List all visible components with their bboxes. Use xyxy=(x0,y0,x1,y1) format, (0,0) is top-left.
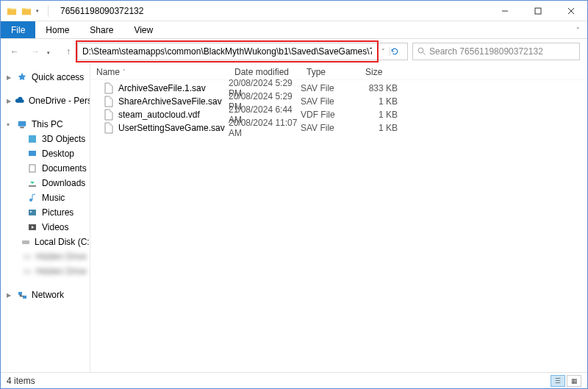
status-bar: 4 items ☰ ▦ xyxy=(1,372,587,388)
tree-label: Hidden Drive xyxy=(36,251,87,262)
tab-view[interactable]: View xyxy=(123,21,163,38)
drive-icon xyxy=(21,236,31,248)
tree-3d-objects[interactable]: 3D Objects xyxy=(4,132,90,146)
minimize-button[interactable] xyxy=(488,1,521,21)
pictures-icon xyxy=(26,207,38,218)
chevron-right-icon: ▶ xyxy=(7,292,12,299)
tree-onedrive[interactable]: ▶ OneDrive - Personal xyxy=(4,93,90,108)
tab-share[interactable]: Share xyxy=(79,21,123,38)
tree-label: Local Disk (C:) xyxy=(35,237,90,247)
file-icon xyxy=(104,109,114,121)
tree-desktop[interactable]: Desktop xyxy=(4,146,90,161)
tree-local-disk-c[interactable]: Local Disk (C:) xyxy=(4,235,90,249)
tree-this-pc[interactable]: ▾ This PC xyxy=(4,117,90,132)
svg-point-4 xyxy=(418,48,423,53)
chevron-right-icon: ▶ xyxy=(7,98,11,104)
drive-icon xyxy=(22,265,32,277)
downloads-icon xyxy=(26,177,38,189)
videos-icon xyxy=(26,221,38,233)
music-icon xyxy=(26,192,38,204)
file-type: SAV File xyxy=(301,83,359,93)
file-type: SAV File xyxy=(301,96,359,107)
file-row[interactable]: ShareArchiveSaveFile.sav20/08/2024 5:29 … xyxy=(90,95,587,108)
svg-rect-11 xyxy=(29,185,36,187)
svg-line-5 xyxy=(423,52,426,54)
address-bar[interactable]: ˅ xyxy=(77,43,408,60)
tree-downloads[interactable]: Downloads xyxy=(4,176,90,190)
tree-documents[interactable]: Documents xyxy=(4,161,90,176)
drive-icon xyxy=(22,251,32,263)
cloud-icon xyxy=(15,95,25,107)
svg-point-12 xyxy=(29,199,32,201)
tree-pictures[interactable]: Pictures xyxy=(4,205,90,220)
folder-icon-overlay xyxy=(21,6,32,16)
file-name: steam_autocloud.vdf xyxy=(118,110,200,120)
refresh-button[interactable] xyxy=(390,47,407,56)
tree-label: OneDrive - Personal xyxy=(29,96,90,106)
view-details-button[interactable]: ☰ xyxy=(551,375,565,387)
column-name[interactable]: Name˄ xyxy=(90,67,229,77)
view-icons-button[interactable]: ▦ xyxy=(567,375,581,387)
tree-network[interactable]: ▶ Network xyxy=(4,288,90,302)
tree-label: Documents xyxy=(42,163,87,174)
desktop-icon xyxy=(26,148,38,160)
window-title: 76561198090372132 xyxy=(59,6,143,16)
file-row[interactable]: UserSettingSaveGame.sav20/08/2024 11:07 … xyxy=(90,121,587,135)
svg-rect-19 xyxy=(18,292,22,295)
svg-rect-8 xyxy=(29,135,36,143)
tree-hidden-drive[interactable]: Hidden Drive xyxy=(4,264,90,279)
file-row[interactable]: steam_autocloud.vdf21/08/2024 6:44 AMVDF… xyxy=(90,108,587,121)
tab-file[interactable]: File xyxy=(1,21,35,38)
monitor-icon xyxy=(16,118,28,130)
folder-icon-small xyxy=(7,6,17,16)
nav-history-dropdown[interactable]: ▾ xyxy=(45,49,52,57)
column-headers: Name˄ Date modified Type Size xyxy=(90,64,587,80)
chevron-down-icon: ▾ xyxy=(7,121,12,128)
file-row[interactable]: ArchiveSaveFile.1.sav20/08/2024 5:29 PMS… xyxy=(90,82,587,95)
nav-forward-button[interactable]: → xyxy=(29,45,42,58)
search-box[interactable]: Search 76561198090372132 xyxy=(412,43,580,60)
tree-label: Music xyxy=(42,193,65,203)
network-icon xyxy=(16,289,28,301)
tree-label: Network xyxy=(32,290,64,300)
file-name: UserSettingSaveGame.sav xyxy=(118,123,225,133)
titlebar: ▾ 76561198090372132 xyxy=(1,1,587,21)
address-dropdown-icon[interactable]: ˅ xyxy=(376,48,390,55)
tree-label: Videos xyxy=(42,222,68,232)
tab-home[interactable]: Home xyxy=(35,21,79,38)
dropdown-icon[interactable]: ▾ xyxy=(36,8,39,14)
tree-videos[interactable]: Videos xyxy=(4,220,90,235)
svg-point-14 xyxy=(30,211,32,213)
file-size: 1 KB xyxy=(359,123,405,133)
close-button[interactable] xyxy=(554,1,587,21)
nav-up-button[interactable]: ↑ xyxy=(64,45,73,58)
tree-music[interactable]: Music xyxy=(4,190,90,205)
navigation-tree[interactable]: ▶ Quick access ▶ OneDrive - Personal ▾ T… xyxy=(1,64,90,372)
svg-rect-9 xyxy=(29,151,36,156)
maximize-button[interactable] xyxy=(521,1,554,21)
status-item-count: 4 items xyxy=(7,376,35,386)
address-input[interactable] xyxy=(78,44,376,59)
tree-quick-access[interactable]: ▶ Quick access xyxy=(4,70,90,85)
svg-rect-10 xyxy=(29,165,35,172)
file-list-pane: Name˄ Date modified Type Size ArchiveSav… xyxy=(90,64,587,372)
file-name: ShareArchiveSaveFile.sav xyxy=(118,96,222,107)
column-size[interactable]: Size xyxy=(359,67,405,77)
tree-label: 3D Objects xyxy=(42,134,85,144)
documents-icon xyxy=(26,163,38,174)
svg-rect-16 xyxy=(22,240,29,244)
column-type[interactable]: Type xyxy=(301,67,359,77)
tree-label: Desktop xyxy=(42,149,74,159)
file-icon xyxy=(104,96,114,107)
star-icon xyxy=(16,71,28,83)
file-icon xyxy=(104,82,114,94)
tree-hidden-drive[interactable]: Hidden Drive xyxy=(4,249,90,264)
ribbon-tabs: File Home Share View ˅ xyxy=(1,21,587,39)
nav-back-button[interactable]: ← xyxy=(8,45,21,58)
search-icon xyxy=(417,47,426,56)
column-date[interactable]: Date modified xyxy=(229,67,301,77)
svg-rect-6 xyxy=(18,121,26,126)
ribbon-expand-icon[interactable]: ˅ xyxy=(569,21,587,38)
tree-label: Hidden Drive xyxy=(36,266,87,276)
file-type: SAV File xyxy=(301,123,359,133)
